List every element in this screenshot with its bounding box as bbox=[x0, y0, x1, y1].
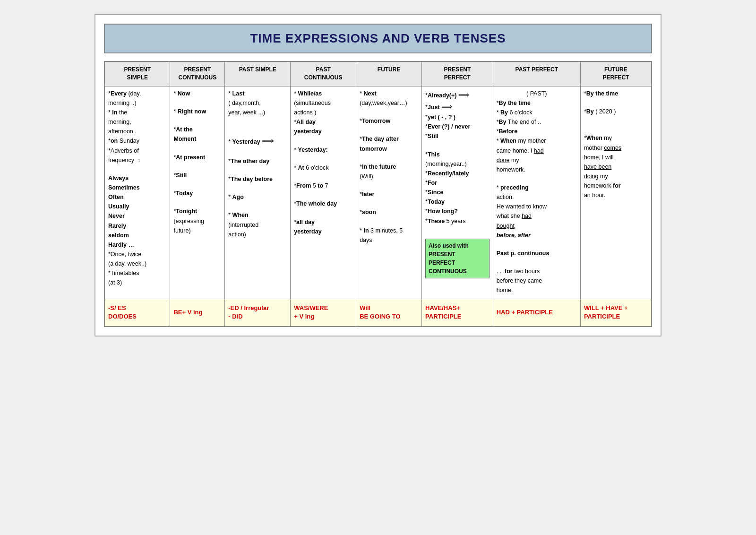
present-continuous-cell: * Now * Right now *At the Moment *At pre… bbox=[170, 86, 225, 299]
past-perfect-cell: ( PAST) *By the time * By 6 o'clock *By … bbox=[493, 86, 580, 299]
footer-past-cont: WAS/WERE+ V ing bbox=[291, 299, 356, 327]
th-present-simple: PRESENTSIMPLE bbox=[104, 61, 170, 86]
footer-future: WillBE GOING TO bbox=[356, 299, 422, 327]
past-simple-cell: * Last ( day,month, year, week ...) * Ye… bbox=[225, 86, 291, 299]
present-perfect-cell: *Already(+) ⟹ *Just ⟹ *yet ( - , ? ) *Ev… bbox=[422, 86, 493, 299]
footer-future-perfect: WILL + HAVE +PARTICIPLE bbox=[580, 299, 652, 327]
footer-past-simple: -ED / Irregular- DID bbox=[225, 299, 291, 327]
th-past-simple: PAST SIMPLE bbox=[225, 61, 291, 86]
th-future-perfect: FUTUREPERFECT bbox=[580, 61, 652, 86]
main-table: PRESENTSIMPLE PRESENTCONTINUOUS PAST SIM… bbox=[104, 61, 652, 327]
page-title: TIME EXPRESSIONS AND VERB TENSES bbox=[114, 31, 642, 46]
page-container: TIME EXPRESSIONS AND VERB TENSES PRESENT… bbox=[94, 14, 662, 337]
th-future: FUTURE bbox=[356, 61, 422, 86]
th-past-continuous: PASTCONTINUOUS bbox=[291, 61, 356, 86]
also-used-box: Also used with PRESENTPERFECTCONTINUOUS bbox=[425, 239, 490, 278]
th-present-perfect: PRESENTPERFECT bbox=[422, 61, 493, 86]
title-box: TIME EXPRESSIONS AND VERB TENSES bbox=[104, 24, 652, 53]
th-present-continuous: PRESENTCONTINUOUS bbox=[170, 61, 225, 86]
footer-present-simple: -S/ ESDO/DOES bbox=[104, 299, 170, 327]
footer-present-perfect: HAVE/HAS+PARTICIPLE bbox=[422, 299, 493, 327]
present-simple-cell: *Every (day, morning ..) * In the mornin… bbox=[104, 86, 170, 299]
past-continuous-cell: * While/as (simultaneous actions ) *All … bbox=[291, 86, 356, 299]
footer-present-cont: BE+ V ing bbox=[170, 299, 225, 327]
content-row: *Every (day, morning ..) * In the mornin… bbox=[104, 86, 652, 299]
footer-past-perfect: HAD + PARTICIPLE bbox=[493, 299, 580, 327]
th-past-perfect: PAST PERFECT bbox=[493, 61, 580, 86]
header-row: PRESENTSIMPLE PRESENTCONTINUOUS PAST SIM… bbox=[104, 61, 652, 86]
future-perfect-cell: *By the time *By ( 2020 ) *When my mothe… bbox=[580, 86, 652, 299]
footer-row: -S/ ESDO/DOES BE+ V ing -ED / Irregular-… bbox=[104, 299, 652, 327]
future-cell: * Next (day,week,year…) *Tomorrow *The d… bbox=[356, 86, 422, 299]
